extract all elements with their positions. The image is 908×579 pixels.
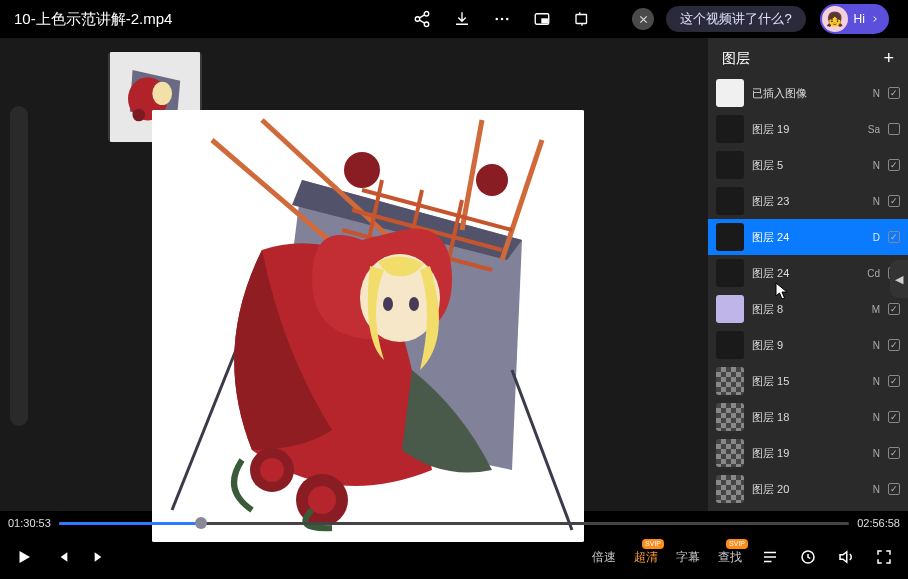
- layer-thumbnail: [716, 295, 744, 323]
- layer-row[interactable]: 图层 18N: [708, 399, 908, 435]
- layer-blend-mode[interactable]: D: [864, 232, 880, 243]
- layer-row[interactable]: 图层 21N: [708, 507, 908, 510]
- layer-name: 图层 24: [752, 266, 856, 281]
- more-icon[interactable]: [492, 9, 512, 29]
- layer-row[interactable]: 图层 24D: [708, 219, 908, 255]
- layer-blend-mode[interactable]: N: [864, 340, 880, 351]
- layer-name: 图层 23: [752, 194, 856, 209]
- layer-name: 图层 8: [752, 302, 856, 317]
- layer-blend-mode[interactable]: N: [864, 160, 880, 171]
- close-icon[interactable]: [632, 8, 654, 30]
- layer-visibility-checkbox[interactable]: [888, 231, 900, 243]
- hi-assistant-button[interactable]: 👧 Hi: [820, 4, 889, 34]
- ai-prompt-bubble[interactable]: 这个视频讲了什么?: [666, 6, 805, 32]
- window-icon[interactable]: [572, 9, 592, 29]
- svg-point-31: [476, 164, 508, 196]
- layer-blend-mode[interactable]: Cd: [864, 268, 880, 279]
- svg-point-0: [425, 12, 430, 17]
- fullscreen-icon[interactable]: [874, 547, 894, 567]
- time-total: 02:56:58: [857, 517, 900, 529]
- layer-row[interactable]: 图层 15N: [708, 363, 908, 399]
- layer-thumbnail: [716, 79, 744, 107]
- layer-visibility-checkbox[interactable]: [888, 87, 900, 99]
- layer-visibility-checkbox[interactable]: [888, 447, 900, 459]
- layer-thumbnail: [716, 115, 744, 143]
- layer-blend-mode[interactable]: N: [864, 376, 880, 387]
- svg-point-2: [425, 22, 430, 27]
- layer-thumbnail: [716, 331, 744, 359]
- layer-row[interactable]: 图层 24Cd: [708, 255, 908, 291]
- layer-thumbnail: [716, 439, 744, 467]
- svg-point-3: [496, 18, 499, 21]
- layer-row[interactable]: 图层 9N: [708, 327, 908, 363]
- next-button[interactable]: [90, 547, 110, 567]
- layer-row[interactable]: 图层 23N: [708, 183, 908, 219]
- layer-visibility-checkbox[interactable]: [888, 339, 900, 351]
- layer-visibility-checkbox[interactable]: [888, 483, 900, 495]
- seek-progress: [59, 522, 201, 525]
- svg-point-25: [409, 297, 419, 311]
- svip-badge: SVIP: [726, 539, 748, 549]
- layer-row[interactable]: 图层 19Sa: [708, 111, 908, 147]
- layer-visibility-checkbox[interactable]: [888, 375, 900, 387]
- layer-blend-mode[interactable]: N: [864, 88, 880, 99]
- layer-name: 图层 19: [752, 446, 856, 461]
- layer-visibility-checkbox[interactable]: [888, 195, 900, 207]
- layer-visibility-checkbox[interactable]: [888, 123, 900, 135]
- svg-point-29: [308, 486, 336, 514]
- layer-name: 图层 24: [752, 230, 856, 245]
- layer-row[interactable]: 已插入图像N: [708, 75, 908, 111]
- speed-button[interactable]: 倍速: [592, 549, 616, 566]
- hi-label: Hi: [854, 12, 865, 26]
- layer-row[interactable]: 图层 5N: [708, 147, 908, 183]
- svg-point-30: [344, 152, 380, 188]
- subtitle-button[interactable]: 字幕: [676, 549, 700, 566]
- side-expand-tab[interactable]: ◀: [890, 260, 908, 298]
- download-icon[interactable]: [452, 9, 472, 29]
- volume-icon[interactable]: [836, 547, 856, 567]
- layer-thumbnail: [716, 367, 744, 395]
- seek-track[interactable]: [59, 522, 849, 525]
- layer-blend-mode[interactable]: N: [864, 448, 880, 459]
- layer-visibility-checkbox[interactable]: [888, 411, 900, 423]
- pip-icon[interactable]: [532, 9, 552, 29]
- quality-button[interactable]: 超清SVIP: [634, 549, 658, 566]
- layer-name: 已插入图像: [752, 86, 856, 101]
- layer-blend-mode[interactable]: N: [864, 484, 880, 495]
- layer-list: 已插入图像N图层 19Sa图层 5N图层 23N图层 24D图层 24Cd图层 …: [708, 75, 908, 510]
- playlist-icon[interactable]: [760, 547, 780, 567]
- layer-name: 图层 19: [752, 122, 856, 137]
- layer-thumbnail: [716, 223, 744, 251]
- hi-avatar-icon: 👧: [822, 6, 848, 32]
- prev-button[interactable]: [52, 547, 72, 567]
- control-bar: 倍速 超清SVIP 字幕 查找SVIP: [0, 535, 908, 579]
- layer-thumbnail: [716, 187, 744, 215]
- layer-blend-mode[interactable]: N: [864, 412, 880, 423]
- add-layer-button[interactable]: +: [883, 48, 894, 69]
- layers-title: 图层: [722, 50, 750, 68]
- play-button[interactable]: [14, 547, 34, 567]
- canvas-artwork: ZILA: [152, 110, 584, 542]
- layer-visibility-checkbox[interactable]: [888, 159, 900, 171]
- layer-blend-mode[interactable]: Sa: [864, 124, 880, 135]
- time-current: 01:30:53: [8, 517, 51, 529]
- find-button[interactable]: 查找SVIP: [718, 549, 742, 566]
- layer-row[interactable]: 图层 19N: [708, 435, 908, 471]
- svg-point-13: [133, 109, 146, 122]
- layer-row[interactable]: 图层 8M: [708, 291, 908, 327]
- svg-point-24: [383, 297, 393, 311]
- svg-point-5: [506, 18, 509, 21]
- share-icon[interactable]: [412, 9, 432, 29]
- video-title: 10-上色示范讲解-2.mp4: [14, 10, 172, 29]
- layer-thumbnail: [716, 403, 744, 431]
- layer-blend-mode[interactable]: M: [864, 304, 880, 315]
- layer-visibility-checkbox[interactable]: [888, 303, 900, 315]
- layer-name: 图层 15: [752, 374, 856, 389]
- svg-rect-8: [576, 15, 587, 24]
- layer-row[interactable]: 图层 20N: [708, 471, 908, 507]
- clock-icon[interactable]: [798, 547, 818, 567]
- seek-knob[interactable]: [195, 517, 207, 529]
- app-left-toolbar[interactable]: [10, 106, 28, 426]
- title-bar: 10-上色示范讲解-2.mp4 这个视频讲了什么? 👧 Hi: [0, 0, 908, 38]
- layer-blend-mode[interactable]: N: [864, 196, 880, 207]
